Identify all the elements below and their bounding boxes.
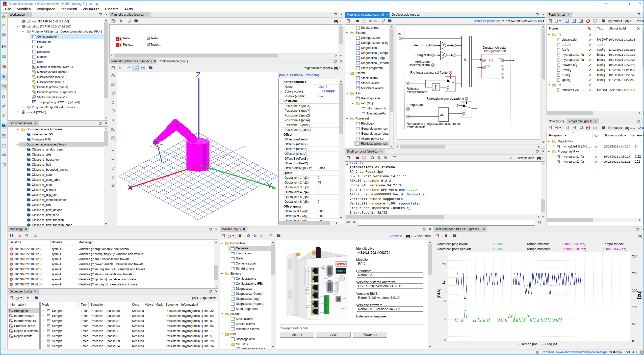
svg-text:fronte di salita: fronte di salita <box>407 125 426 129</box>
svg-text:1: 1 <box>447 89 448 92</box>
svg-text:A: A <box>112 118 114 122</box>
svg-text:Richiesta assunta sul fronte: Richiesta assunta sul fronte <box>410 71 448 74</box>
svg-text:IN: IN <box>398 32 401 36</box>
svg-text:ROBOX: ROBOX <box>337 263 346 266</box>
svg-text:SER1: SER1 <box>324 277 328 279</box>
svg-text:WAN: WAN <box>320 311 324 313</box>
svg-text:0: 0 <box>463 102 465 105</box>
svg-text:3A: 3A <box>308 284 310 285</box>
svg-text:Y: Y <box>267 182 272 190</box>
svg-text:Richiesta: Richiesta <box>407 87 419 91</box>
svg-text:ROBOX: ROBOX <box>337 270 345 272</box>
svg-text:et: et <box>501 64 504 67</box>
svg-text:FB-S: FB-S <box>306 307 310 309</box>
svg-text:WD: WD <box>320 296 323 297</box>
svg-text:Z: Z <box>196 72 200 79</box>
svg-text:CAN: CAN <box>324 282 327 284</box>
svg-text:0: 0 <box>457 104 459 107</box>
svg-text:0: 0 <box>502 76 504 79</box>
svg-text:Retroazione energizzazione ass: Retroazione energizzazione assunta sul <box>407 122 460 126</box>
svg-text:LAN: LAN <box>306 289 310 291</box>
svg-text:3B: 3B <box>308 292 310 294</box>
svg-text:assenza allarmi: assenza allarmi <box>409 63 430 67</box>
svg-text:-1: -1 <box>442 54 444 57</box>
svg-text:energizzazione: energizzazione <box>484 49 506 53</box>
svg-text:SER5: SER5 <box>342 298 346 300</box>
svg-text:&: & <box>464 58 466 62</box>
svg-text:Retroazione energizzazione: Retroazione energizzazione <box>426 97 464 100</box>
svg-text:-1: -1 <box>442 44 444 47</box>
svg-text:Abilitazione: Abilitazione <box>415 60 431 64</box>
svg-text:RP-2: RP-2 <box>341 307 346 310</box>
svg-text:ETH: ETH <box>306 287 310 289</box>
svg-text:24VDC: 24VDC <box>319 303 324 305</box>
svg-text:1: 1 <box>463 115 465 118</box>
svg-text:X: X <box>127 183 132 191</box>
svg-text:0: 0 <box>447 77 448 80</box>
svg-text:microSD: microSD <box>333 294 338 295</box>
svg-text:pt: pt <box>501 72 504 75</box>
svg-text:AIDO: AIDO <box>334 282 337 284</box>
svg-text:Energizzato: Energizzato <box>407 103 423 107</box>
svg-text:0: 0 <box>502 68 504 71</box>
svg-text:≥1: ≥1 <box>440 113 444 116</box>
svg-text:UL: UL <box>305 292 307 294</box>
svg-text:energizzazione: energizzazione <box>407 90 427 94</box>
svg-text:Esterni irrisolti: Esterni irrisolti <box>412 44 431 47</box>
svg-text:Energizzato: Energizzato <box>415 53 431 57</box>
svg-text:ETH: ETH <box>306 271 310 272</box>
svg-text:ETH: ETH <box>306 305 310 307</box>
